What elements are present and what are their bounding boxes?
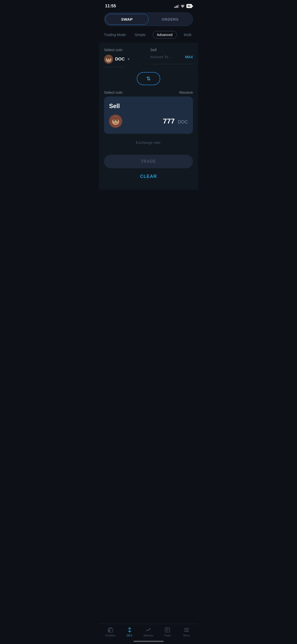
sell-card: Sell 777 DOC xyxy=(104,96,193,134)
receive-section: Select coin Receive xyxy=(104,90,193,94)
trading-mode-label: Trading Mode: xyxy=(104,33,127,37)
mode-advanced[interactable]: Advanced xyxy=(153,31,177,39)
sell-card-coin: DOC xyxy=(178,119,188,124)
battery-indicator: 81 xyxy=(186,4,192,8)
sell-amount-label: Sell xyxy=(150,48,157,52)
svg-point-8 xyxy=(117,120,118,121)
tab-orders[interactable]: ORDERS xyxy=(149,14,192,25)
mode-simple[interactable]: Simple xyxy=(131,31,150,38)
coin-selector[interactable]: DOC ▼ xyxy=(104,55,124,67)
swap-direction-button[interactable]: ⇅ xyxy=(137,72,160,85)
sell-card-content: 777 DOC xyxy=(109,115,188,128)
sell-card-title: Sell xyxy=(109,103,188,110)
trading-modes: Simple Advanced Multi xyxy=(131,31,195,39)
doc-coin-avatar xyxy=(104,55,113,64)
mode-multi[interactable]: Multi xyxy=(180,31,195,38)
sell-coin-name: DOC xyxy=(115,57,125,62)
swap-arrows-icon: ⇅ xyxy=(146,76,151,82)
status-time: 11:55 xyxy=(105,4,116,9)
receive-amount-label: Receive xyxy=(179,90,193,94)
status-icons: 81 xyxy=(174,4,192,8)
clear-button[interactable]: CLEAR xyxy=(104,169,193,184)
tab-swap[interactable]: SWAP xyxy=(105,14,149,25)
signal-icon xyxy=(174,4,179,8)
coin-chevron-icon: ▼ xyxy=(127,57,130,61)
sell-section: Select coin DO xyxy=(104,48,193,67)
main-content: Select coin DO xyxy=(99,43,198,190)
amount-input-row: Amount To ... MAX xyxy=(150,55,193,59)
receive-coin-label: Select coin xyxy=(104,90,122,94)
sell-card-avatar xyxy=(109,115,122,128)
trading-mode-selector: Trading Mode: Simple Advanced Multi xyxy=(99,30,198,43)
wifi-icon xyxy=(180,4,185,8)
status-bar: 11:55 81 xyxy=(99,0,198,11)
max-button[interactable]: MAX xyxy=(185,55,193,59)
swap-button-container: ⇅ xyxy=(104,72,193,85)
sell-card-amount: 777 xyxy=(163,117,175,125)
exchange-rate: Exchange rate: xyxy=(104,138,193,150)
main-tab-bar: SWAP ORDERS xyxy=(104,13,193,26)
svg-point-7 xyxy=(114,120,115,121)
sell-card-amount-row: 777 DOC xyxy=(163,117,188,125)
trade-button[interactable]: TRADE xyxy=(104,155,193,168)
amount-placeholder: Amount To ... xyxy=(150,55,173,59)
sell-coin-label: Select coin xyxy=(104,48,122,52)
